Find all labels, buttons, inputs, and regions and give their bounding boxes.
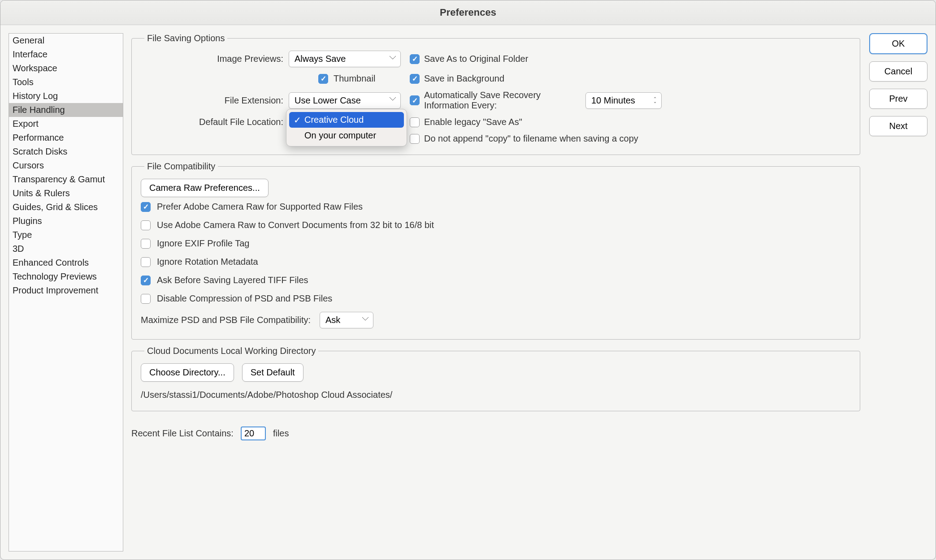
sidebar-item-export[interactable]: Export: [9, 117, 123, 131]
cloud-directory-path: /Users/stassi1/Documents/Adobe/Photoshop…: [141, 390, 851, 400]
save-original-label: Save As to Original Folder: [424, 54, 528, 64]
auto-recovery-interval-select[interactable]: 10 Minutes: [585, 92, 662, 109]
ask-tiff-label: Ask Before Saving Layered TIFF Files: [157, 275, 308, 285]
sidebar-item-history-log[interactable]: History Log: [9, 89, 123, 103]
settings-content: File Saving Options Image Previews: Alwa…: [131, 33, 860, 551]
recent-files-label: Recent File List Contains:: [131, 428, 234, 439]
main-panel: File Saving Options Image Previews: Alwa…: [131, 33, 927, 551]
sidebar-item-type[interactable]: Type: [9, 228, 123, 242]
cloud-documents-fieldset: Cloud Documents Local Working Directory …: [131, 346, 860, 411]
window-title: Preferences: [0, 0, 936, 25]
image-previews-select[interactable]: Always Save: [289, 51, 401, 67]
sidebar-item-scratch-disks[interactable]: Scratch Disks: [9, 145, 123, 159]
maximize-psd-label: Maximize PSD and PSB File Compatibility:: [141, 315, 311, 325]
camera-raw-prefs-button[interactable]: Camera Raw Preferences...: [141, 179, 269, 197]
default-location-dropdown: Creative Cloud On your computer: [286, 109, 407, 146]
use-acr-convert-checkbox[interactable]: [141, 220, 151, 230]
dropdown-option-creative-cloud[interactable]: Creative Cloud: [289, 112, 404, 128]
ignore-rotation-checkbox[interactable]: [141, 257, 151, 267]
sidebar-item-transparency-gamut[interactable]: Transparency & Gamut: [9, 172, 123, 186]
ask-tiff-checkbox[interactable]: [141, 276, 151, 285]
no-append-copy-label: Do not append "copy" to filename when sa…: [424, 134, 638, 144]
sidebar-item-plugins[interactable]: Plugins: [9, 214, 123, 228]
file-extension-select[interactable]: Use Lower Case: [289, 92, 401, 109]
sidebar-item-3d[interactable]: 3D: [9, 242, 123, 256]
cancel-button[interactable]: Cancel: [869, 61, 927, 82]
dropdown-option-on-computer[interactable]: On your computer: [289, 128, 404, 143]
recent-files-suffix: files: [273, 428, 289, 439]
disable-compression-label: Disable Compression of PSD and PSB Files: [157, 293, 332, 304]
auto-recovery-checkbox[interactable]: [410, 95, 420, 105]
disable-compression-checkbox[interactable]: [141, 294, 151, 304]
file-saving-fieldset: File Saving Options Image Previews: Alwa…: [131, 33, 860, 155]
save-original-checkbox[interactable]: [410, 54, 420, 64]
use-acr-convert-label: Use Adobe Camera Raw to Convert Document…: [157, 220, 434, 230]
cloud-documents-legend: Cloud Documents Local Working Directory: [144, 346, 318, 356]
legacy-saveas-label: Enable legacy "Save As": [424, 117, 522, 127]
recent-files-input[interactable]: [241, 426, 266, 440]
legacy-saveas-checkbox[interactable]: [410, 117, 420, 127]
prev-button[interactable]: Prev: [869, 89, 927, 109]
sidebar-item-workspace[interactable]: Workspace: [9, 61, 123, 75]
sidebar-item-enhanced-controls[interactable]: Enhanced Controls: [9, 256, 123, 270]
sidebar-item-file-handling[interactable]: File Handling: [9, 103, 123, 117]
save-background-label: Save in Background: [424, 73, 504, 84]
sidebar-item-product-improvement[interactable]: Product Improvement: [9, 284, 123, 297]
thumbnail-checkbox[interactable]: [318, 74, 328, 84]
no-append-copy-checkbox[interactable]: [410, 134, 420, 144]
default-location-label: Default File Location:: [199, 117, 283, 127]
category-sidebar: General Interface Workspace Tools Histor…: [9, 33, 123, 551]
sidebar-item-general[interactable]: General: [9, 34, 123, 47]
auto-recovery-label: Automatically Save Recovery Information …: [424, 90, 572, 111]
sidebar-item-cursors[interactable]: Cursors: [9, 159, 123, 172]
save-background-checkbox[interactable]: [410, 74, 420, 84]
file-extension-label: File Extension:: [225, 95, 283, 106]
sidebar-item-interface[interactable]: Interface: [9, 47, 123, 61]
ignore-exif-checkbox[interactable]: [141, 239, 151, 249]
ok-button[interactable]: OK: [869, 33, 927, 54]
sidebar-item-technology-previews[interactable]: Technology Previews: [9, 270, 123, 284]
sidebar-item-guides-grid-slices[interactable]: Guides, Grid & Slices: [9, 200, 123, 214]
prefer-acr-checkbox[interactable]: [141, 202, 151, 212]
thumbnail-label: Thumbnail: [334, 73, 401, 84]
file-saving-legend: File Saving Options: [144, 33, 227, 43]
next-button[interactable]: Next: [869, 116, 927, 136]
action-buttons: OK Cancel Prev Next: [869, 33, 927, 551]
file-compatibility-legend: File Compatibility: [144, 161, 218, 172]
sidebar-item-units-rulers[interactable]: Units & Rulers: [9, 186, 123, 200]
sidebar-item-performance[interactable]: Performance: [9, 131, 123, 145]
image-previews-label: Image Previews:: [217, 54, 283, 64]
ignore-exif-label: Ignore EXIF Profile Tag: [157, 238, 249, 249]
content-area: General Interface Workspace Tools Histor…: [0, 25, 936, 560]
ignore-rotation-label: Ignore Rotation Metadata: [157, 257, 258, 267]
prefer-acr-label: Prefer Adobe Camera Raw for Supported Ra…: [157, 202, 363, 212]
file-compatibility-fieldset: File Compatibility Camera Raw Preference…: [131, 161, 860, 340]
preferences-window: Preferences General Interface Workspace …: [0, 0, 936, 560]
choose-directory-button[interactable]: Choose Directory...: [141, 363, 234, 382]
sidebar-item-tools[interactable]: Tools: [9, 75, 123, 89]
set-default-button[interactable]: Set Default: [242, 363, 303, 382]
maximize-psd-select[interactable]: Ask: [320, 312, 373, 328]
